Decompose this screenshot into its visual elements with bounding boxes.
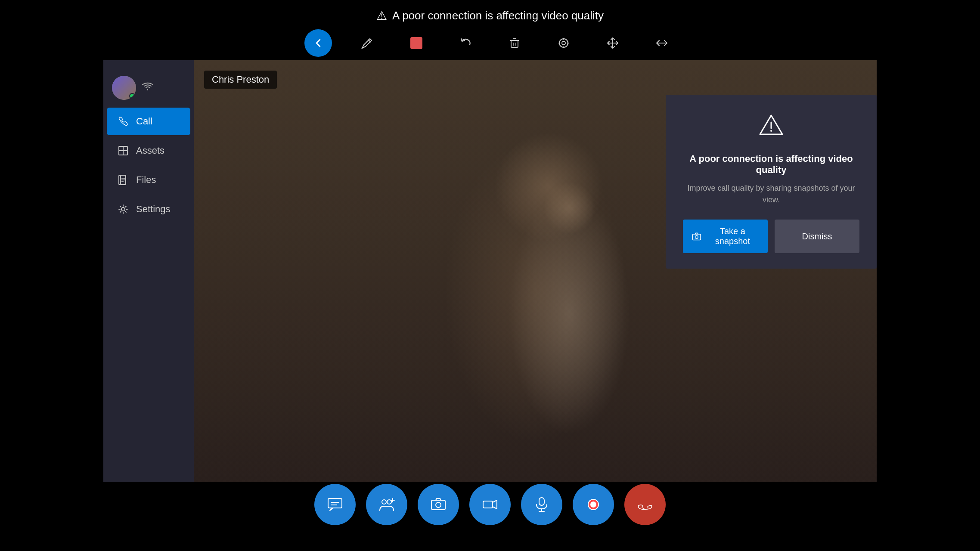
svg-point-7 bbox=[562, 41, 565, 45]
svg-rect-40 bbox=[539, 498, 544, 505]
record-button[interactable] bbox=[573, 484, 614, 525]
sidebar-item-call-label: Call bbox=[136, 116, 152, 127]
delete-button[interactable] bbox=[501, 29, 528, 57]
undo-button[interactable] bbox=[452, 29, 479, 57]
caller-name-badge: Chris Preston bbox=[204, 71, 277, 89]
settings-icon bbox=[117, 203, 129, 215]
sidebar-item-settings-label: Settings bbox=[136, 204, 171, 215]
target-icon bbox=[557, 36, 571, 50]
svg-point-29 bbox=[695, 235, 698, 238]
participants-icon bbox=[378, 496, 395, 513]
svg-point-6 bbox=[559, 39, 568, 47]
take-snapshot-button[interactable]: Take a snapshot bbox=[683, 220, 768, 253]
caller-name: Chris Preston bbox=[212, 74, 269, 85]
svg-rect-15 bbox=[119, 146, 123, 151]
svg-rect-1 bbox=[511, 40, 518, 47]
sidebar-item-call[interactable]: Call bbox=[107, 108, 190, 135]
pencil-button[interactable] bbox=[354, 29, 381, 57]
warning-icon: ⚠ bbox=[376, 9, 387, 23]
trash-icon bbox=[508, 36, 521, 50]
svg-point-38 bbox=[436, 502, 441, 508]
snapshot-button[interactable] bbox=[418, 484, 459, 525]
video-icon bbox=[481, 496, 499, 513]
sidebar-item-assets-label: Assets bbox=[136, 145, 164, 156]
svg-point-24 bbox=[121, 207, 125, 211]
dialog-subtitle: Improve call quality by sharing snapshot… bbox=[683, 183, 859, 206]
svg-rect-39 bbox=[483, 501, 493, 508]
dismiss-label: Dismiss bbox=[802, 232, 832, 241]
user-section bbox=[103, 69, 194, 107]
main-layout: Call Assets Files bbox=[103, 60, 877, 482]
pencil-icon bbox=[360, 36, 374, 50]
swap-button[interactable] bbox=[648, 29, 676, 57]
assets-icon bbox=[117, 145, 129, 157]
target-button[interactable] bbox=[550, 29, 577, 57]
move-button[interactable] bbox=[599, 29, 626, 57]
participants-button[interactable] bbox=[366, 484, 407, 525]
dialog-actions: Take a snapshot Dismiss bbox=[683, 220, 859, 253]
sidebar: Call Assets Files bbox=[103, 60, 194, 482]
poor-connection-dialog: A poor connection is affecting video qua… bbox=[666, 95, 877, 269]
mic-button[interactable] bbox=[521, 484, 562, 525]
video-area: Chris Preston A poor connection is affec… bbox=[194, 60, 877, 482]
take-snapshot-label: Take a snapshot bbox=[706, 226, 759, 246]
end-call-icon bbox=[636, 496, 654, 513]
end-call-button[interactable] bbox=[624, 484, 666, 525]
svg-line-0 bbox=[368, 40, 371, 42]
sidebar-item-settings[interactable]: Settings bbox=[107, 195, 190, 223]
online-indicator bbox=[129, 93, 135, 99]
move-icon bbox=[606, 36, 620, 50]
svg-rect-37 bbox=[431, 500, 445, 510]
svg-point-27 bbox=[770, 130, 772, 132]
svg-point-33 bbox=[382, 500, 386, 504]
avatar bbox=[112, 76, 136, 100]
back-icon bbox=[311, 36, 325, 50]
video-button[interactable] bbox=[469, 484, 511, 525]
svg-rect-16 bbox=[123, 146, 127, 151]
wifi-icon bbox=[141, 81, 154, 94]
svg-rect-28 bbox=[693, 234, 701, 240]
stop-button[interactable] bbox=[403, 29, 430, 57]
toolbar bbox=[0, 26, 980, 60]
dialog-warning-icon bbox=[758, 112, 784, 143]
back-button[interactable] bbox=[304, 29, 332, 57]
sidebar-item-files-label: Files bbox=[136, 174, 156, 186]
svg-point-44 bbox=[591, 502, 596, 507]
svg-rect-17 bbox=[119, 151, 123, 155]
chat-button[interactable] bbox=[314, 484, 356, 525]
svg-rect-30 bbox=[328, 498, 342, 508]
undo-icon bbox=[459, 36, 472, 50]
sidebar-item-files[interactable]: Files bbox=[107, 166, 190, 194]
mic-icon bbox=[533, 496, 550, 513]
chat-icon bbox=[326, 496, 344, 513]
bottom-controls bbox=[0, 484, 980, 525]
files-icon bbox=[117, 174, 129, 186]
top-warning-text: A poor connection is affecting video qua… bbox=[392, 9, 604, 22]
snapshot-btn-icon bbox=[692, 230, 702, 242]
dismiss-button[interactable]: Dismiss bbox=[775, 220, 859, 253]
stop-icon bbox=[410, 37, 422, 49]
sidebar-item-assets[interactable]: Assets bbox=[107, 137, 190, 164]
swap-icon bbox=[655, 36, 669, 50]
record-icon bbox=[585, 496, 602, 513]
call-icon bbox=[117, 115, 129, 127]
svg-rect-18 bbox=[123, 151, 127, 155]
snapshot-icon bbox=[430, 496, 447, 513]
dialog-title: A poor connection is affecting video qua… bbox=[683, 153, 859, 176]
